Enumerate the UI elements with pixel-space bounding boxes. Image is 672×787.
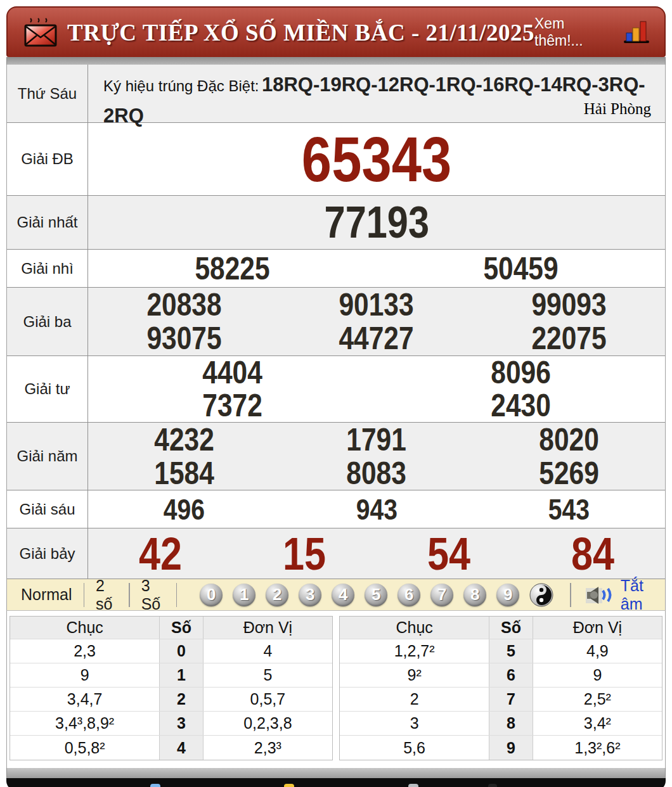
prize-cell: 58225 (88, 250, 377, 287)
prize-cell: 93075 (88, 322, 280, 356)
header-digit: Số (489, 617, 533, 639)
tens-cell: 5,6 (340, 736, 489, 760)
prize-cell: 15 (233, 528, 377, 579)
digit-row: 1,2,7²54,9 (340, 639, 662, 663)
prize-values: 5822550459 (88, 250, 665, 287)
prize-label-db: Giải ĐB (7, 123, 88, 195)
prize-label-sau: Giải sáu (7, 490, 88, 528)
divider (570, 583, 571, 607)
tens-cell: 2,3 (10, 639, 160, 663)
prize-number: 5269 (539, 457, 599, 489)
digit-cell: 2 (160, 688, 204, 711)
see-more-link[interactable]: Xem thêm!... (534, 15, 615, 49)
tens-cell: 9 (10, 663, 160, 687)
units-cell: 4 (204, 639, 332, 663)
prize-cell: 7372 (88, 389, 377, 422)
prize-number: 58225 (195, 253, 269, 285)
digit-cell: 5 (489, 639, 533, 663)
prize-cell: 4404 (88, 356, 377, 389)
signature-cell: Ký hiệu trúng Đặc Biệt: 18RQ-19RQ-12RQ-1… (88, 65, 665, 122)
header-units: Đơn Vị (533, 617, 662, 639)
prize-cell: 20838 (88, 288, 280, 322)
prize-number: 8083 (347, 457, 407, 489)
prize-number: 8020 (539, 424, 599, 456)
frame-top (6, 57, 666, 65)
ball-1[interactable]: 1 (233, 584, 255, 606)
prize-number: 4404 (202, 357, 262, 388)
tens-cell: 2 (340, 688, 489, 711)
prize-label-bay: Giải bảy (7, 528, 88, 579)
prize-number: 943 (356, 495, 397, 524)
prize-number: 77193 (324, 200, 429, 245)
prize-number: 84 (571, 531, 614, 577)
mode-2so-button[interactable]: 2 số (96, 577, 117, 613)
prize-cell: 543 (473, 490, 665, 528)
prize-cell: 77193 (88, 196, 665, 249)
mute-button[interactable]: Tắt âm (621, 577, 656, 613)
mode-normal-button[interactable]: Normal (21, 585, 72, 604)
digit-cell: 6 (489, 663, 533, 687)
prize-cell: 44727 (280, 322, 472, 356)
ball-7[interactable]: 7 (430, 584, 453, 606)
digit-table-right: ChụcSốĐơn Vị1,2,7²54,99²69272,5²383,4²5,… (339, 616, 662, 760)
tens-cell: 3,4,7 (10, 688, 160, 711)
prize-row-tu: Giải tư4404809673722430 (7, 356, 665, 423)
prize-label-nam: Giải năm (7, 423, 88, 490)
units-cell: 5 (204, 663, 332, 687)
ball-6[interactable]: 6 (397, 584, 420, 606)
prize-row-nam: Giải năm423217918020158480835269 (7, 423, 665, 490)
divider (129, 583, 129, 607)
prize-label-ba: Giải ba (7, 288, 88, 355)
ball-4[interactable]: 4 (332, 584, 354, 606)
prize-number: 42 (139, 531, 182, 577)
prize-number: 8096 (491, 357, 551, 388)
partial-icon-yellow (284, 784, 294, 787)
prize-number: 4232 (154, 424, 214, 456)
prize-cell: 5269 (473, 456, 665, 490)
prize-row-nhi: Giải nhì5822550459 (7, 250, 665, 288)
prize-values: 77193 (88, 196, 665, 249)
yin-yang-icon[interactable] (529, 583, 553, 607)
units-cell: 0,2,3,8 (204, 712, 332, 735)
prize-values: 42155484 (88, 528, 665, 579)
prize-row-bay: Giải bảy42155484 (7, 528, 665, 579)
digit-table-header: ChụcSốĐơn Vị (10, 617, 332, 639)
prize-cell: 54 (377, 528, 521, 579)
prize-row-nhat: Giải nhất77193 (7, 196, 665, 250)
prize-values: 208389013399093930754472722075 (88, 288, 665, 355)
units-cell: 3,4² (533, 712, 662, 735)
ball-3[interactable]: 3 (299, 584, 321, 606)
digit-cell: 9 (489, 736, 533, 760)
prize-number: 93075 (147, 323, 222, 354)
prize-cell: 1584 (88, 456, 280, 490)
digit-cell: 4 (160, 736, 204, 760)
speaker-icon[interactable] (585, 584, 614, 606)
prize-cell: 1791 (280, 423, 472, 456)
digit-cell: 1 (160, 663, 204, 687)
results-table: Thứ Sáu Ký hiệu trúng Đặc Biệt: 18RQ-19R… (6, 65, 666, 579)
prize-cell: 99093 (473, 288, 665, 322)
partial-icon-blue (150, 784, 160, 787)
ball-5[interactable]: 5 (365, 584, 387, 606)
province-label: Hải Phòng (584, 99, 651, 118)
prize-number: 22075 (531, 323, 606, 354)
digit-summary: ChụcSốĐơn Vị2,3049153,4,720,5,73,4³,8,9²… (6, 611, 666, 768)
prize-cell: 4232 (88, 423, 280, 456)
header-bar: TRỰC TIẾP XỔ SỐ MIỀN BẮC - 21/11/2025 Xe… (6, 6, 666, 57)
mode-3so-button[interactable]: 3 Số (141, 577, 165, 613)
ball-0[interactable]: 0 (200, 584, 223, 606)
divider (84, 583, 84, 607)
bar-chart-icon[interactable] (623, 19, 650, 46)
units-cell: 4,9 (533, 639, 662, 663)
tens-cell: 0,5,8² (10, 736, 160, 760)
divider (176, 583, 177, 607)
bottom-bar (6, 778, 666, 787)
prize-number: 44727 (339, 323, 414, 354)
digit-row: 3,4³,8,9²30,2,3,8 (10, 712, 332, 736)
ball-8[interactable]: 8 (463, 584, 486, 606)
ball-9[interactable]: 9 (496, 584, 519, 606)
prize-number: 7372 (202, 390, 262, 421)
prize-cell: 84 (521, 528, 666, 579)
ball-2[interactable]: 2 (266, 584, 288, 606)
prize-number: 1584 (154, 457, 214, 489)
